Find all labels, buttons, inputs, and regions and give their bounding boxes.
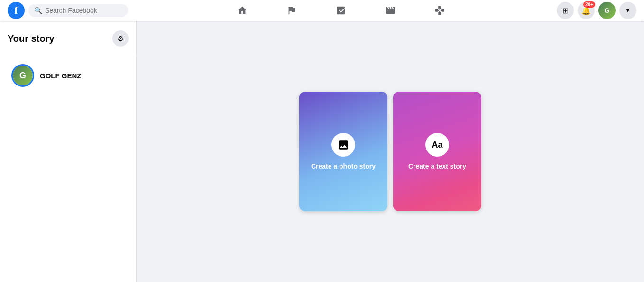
apps-button[interactable]: ⊞ <box>557 2 574 19</box>
search-input[interactable] <box>45 7 122 14</box>
settings-button[interactable]: ⚙ <box>112 30 129 47</box>
search-icon: 🔍 <box>34 7 42 14</box>
main-content: Create a photo story Aa Create a text st… <box>137 21 644 282</box>
photo-icon <box>337 139 350 151</box>
facebook-logo[interactable]: f <box>8 2 25 19</box>
sidebar-header: Your story ⚙ <box>0 27 136 52</box>
avatar-initials: G <box>13 66 33 85</box>
sidebar-divider <box>0 56 136 56</box>
photo-story-card[interactable]: Create a photo story <box>299 92 387 211</box>
photo-story-icon-circle <box>331 133 355 157</box>
navbar-left: f 🔍 <box>8 2 140 19</box>
search-box[interactable]: 🔍 <box>28 4 128 17</box>
text-story-icon: Aa <box>432 140 442 150</box>
photo-story-label: Create a photo story <box>311 162 376 170</box>
navbar-right: ⊞ 🔔 20+ G ▼ <box>542 2 636 19</box>
gear-icon: ⚙ <box>117 34 124 43</box>
nav-marketplace-button[interactable] <box>317 2 365 19</box>
flag-icon <box>286 5 297 16</box>
sidebar-item-user[interactable]: G GOLF GENZ <box>4 60 132 91</box>
text-story-label: Create a text story <box>408 162 466 170</box>
notifications-button[interactable]: 🔔 20+ <box>578 2 595 19</box>
sidebar-user-name: GOLF GENZ <box>40 72 82 80</box>
user-initials: G <box>605 7 610 14</box>
marketplace-icon <box>336 5 346 16</box>
gaming-icon <box>434 5 445 16</box>
user-story-avatar: G <box>11 64 34 87</box>
nav-gaming-button[interactable] <box>416 2 463 19</box>
text-story-card[interactable]: Aa Create a text story <box>393 92 481 211</box>
apps-icon: ⊞ <box>562 6 569 15</box>
fb-letter: f <box>14 5 18 16</box>
notification-badge: 20+ <box>583 1 596 8</box>
story-cards-container: Create a photo story Aa Create a text st… <box>299 92 481 211</box>
main-layout: Your story ⚙ G GOLF GENZ Create a photo <box>0 0 644 282</box>
nav-flag-button[interactable] <box>268 2 315 19</box>
navbar-center <box>140 2 542 19</box>
user-avatar[interactable]: G <box>598 2 616 19</box>
nav-watch-button[interactable] <box>367 2 414 19</box>
nav-home-button[interactable] <box>219 2 266 19</box>
sidebar: Your story ⚙ G GOLF GENZ <box>0 21 137 282</box>
navbar: f 🔍 ⊞ 🔔 20+ G <box>0 0 644 21</box>
sidebar-title: Your story <box>8 33 55 44</box>
watch-icon <box>385 5 396 16</box>
text-story-icon-circle: Aa <box>425 133 449 157</box>
home-icon <box>237 5 248 16</box>
account-menu-button[interactable]: ▼ <box>619 2 636 19</box>
